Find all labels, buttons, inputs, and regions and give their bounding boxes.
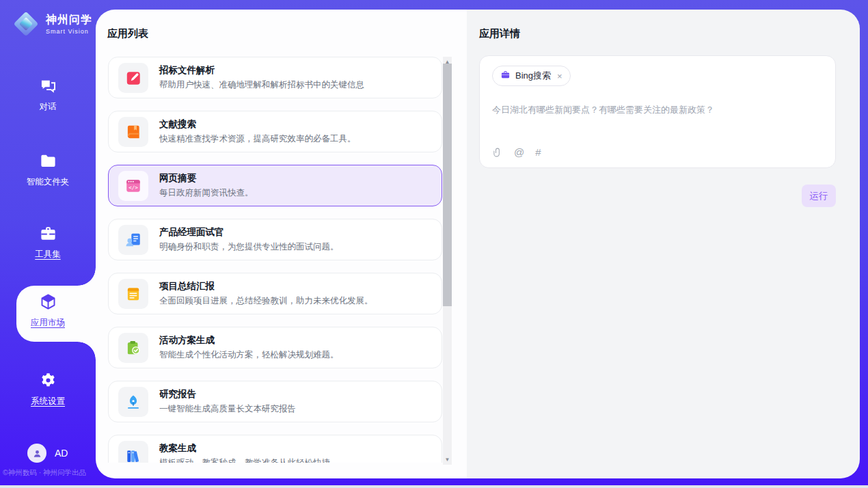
app-card-description: 模板驱动，教案秒成，教学准备从此轻松快捷 bbox=[159, 457, 330, 463]
app-card-title: 文献搜索 bbox=[159, 118, 356, 131]
brand-tagline: Smart Vision bbox=[46, 28, 92, 35]
cube-icon bbox=[39, 293, 57, 311]
sidebar-item-label: 对话 bbox=[0, 101, 96, 113]
app-card[interactable]: 活动方案生成 智能生成个性化活动方案，轻松解决规划难题。 bbox=[108, 327, 442, 368]
scrollbar-down-icon[interactable]: ▼ bbox=[443, 455, 452, 464]
app-card-description: 全面回顾项目进展，总结经验教训，助力未来优化发展。 bbox=[159, 295, 373, 307]
prompt-input[interactable]: 今日湖北有哪些新闻要点？有哪些需要关注的最新政策？ bbox=[492, 104, 823, 116]
brand-name: 神州问学 bbox=[46, 13, 92, 27]
app-card-description: 快速精准查找学术资源，提高研究效率的必备工具。 bbox=[159, 133, 356, 145]
desktop-edge bbox=[0, 485, 868, 488]
scrollbar-thumb[interactable] bbox=[443, 64, 452, 306]
notepad-icon bbox=[118, 279, 148, 309]
sidebar-item-label: 应用市场 bbox=[0, 317, 96, 329]
app-list-panel: 应用列表 招标文件解析 帮助用户快速、准确地理解和解析招标书中的关键信息 文献搜… bbox=[96, 10, 467, 478]
app-card[interactable]: 研究报告 一键智能生成高质量长文本研究报告 bbox=[108, 381, 442, 422]
app-card-description: 明确身份和职责，为您提供专业性的面试问题。 bbox=[159, 241, 339, 253]
app-list: 招标文件解析 帮助用户快速、准确地理解和解析招标书中的关键信息 文献搜索 快速精… bbox=[108, 57, 443, 463]
app-card-description: 智能生成个性化活动方案，轻松解决规划难题。 bbox=[159, 349, 339, 361]
folder-icon bbox=[39, 152, 57, 170]
tool-tag-bing-search[interactable]: Bing搜索 × bbox=[492, 66, 571, 86]
app-card[interactable]: </> 网页摘要 每日政府新闻资讯快查。 bbox=[108, 165, 442, 206]
gear-icon bbox=[39, 371, 57, 390]
app-card-title: 产品经理面试官 bbox=[159, 226, 339, 239]
app-card-description: 帮助用户快速、准确地理解和解析招标书中的关键信息 bbox=[159, 79, 364, 91]
app-list-title: 应用列表 bbox=[107, 27, 148, 40]
content-area: 应用列表 招标文件解析 帮助用户快速、准确地理解和解析招标书中的关键信息 文献搜… bbox=[96, 10, 860, 478]
attachment-toolbar: @ # bbox=[492, 146, 541, 158]
app-card-title: 研究报告 bbox=[159, 388, 296, 401]
chat-icon bbox=[39, 77, 57, 95]
app-card-title: 招标文件解析 bbox=[159, 64, 364, 77]
app-card-description: 一键智能生成高质量长文本研究报告 bbox=[159, 403, 296, 415]
hash-icon[interactable]: # bbox=[535, 146, 541, 158]
sidebar-item-chat[interactable]: 对话 bbox=[0, 77, 96, 113]
svg-text:</>: </> bbox=[128, 185, 138, 191]
paperclip-icon[interactable] bbox=[492, 147, 503, 158]
app-list-scrollbar[interactable]: ▲ ▼ bbox=[443, 57, 452, 465]
brand-logo: 神州问学 Smart Vision bbox=[12, 10, 92, 38]
sidebar-item-settings[interactable]: 系统设置 bbox=[0, 371, 96, 407]
run-button[interactable]: 运行 bbox=[802, 185, 836, 207]
user-avatar bbox=[27, 444, 46, 463]
app-detail-panel: 应用详情 Bing搜索 × 今日湖北有哪些新闻要点？有哪些需要关注的最新政策？ … bbox=[467, 10, 860, 478]
sidebar-item-label: 智能文件夹 bbox=[0, 176, 96, 188]
sidebar: 神州问学 Smart Vision 对话 智能文件夹 工具集 bbox=[0, 0, 96, 485]
sidebar-item-label: 工具集 bbox=[0, 249, 96, 260]
toolbox-icon bbox=[39, 224, 57, 243]
app-card-title: 网页摘要 bbox=[159, 172, 254, 185]
app-frame: 神州问学 Smart Vision 对话 智能文件夹 工具集 bbox=[0, 0, 868, 485]
briefcase-icon bbox=[500, 70, 511, 83]
copyright-text: ©神州数码 · 神州问学出品 bbox=[3, 468, 86, 478]
app-card[interactable]: 文献搜索 快速精准查找学术资源，提高研究效率的必备工具。 bbox=[108, 111, 442, 152]
browser-code-icon: </> bbox=[118, 171, 148, 201]
app-detail-title: 应用详情 bbox=[479, 27, 520, 40]
app-card[interactable]: 招标文件解析 帮助用户快速、准确地理解和解析招标书中的关键信息 bbox=[108, 57, 442, 98]
pen-ink-icon bbox=[118, 387, 148, 417]
edit-document-icon bbox=[118, 63, 148, 93]
sidebar-item-label: 系统设置 bbox=[0, 396, 96, 407]
at-icon[interactable]: @ bbox=[514, 146, 524, 158]
sidebar-item-smart-folders[interactable]: 智能文件夹 bbox=[0, 152, 96, 188]
app-card[interactable]: 项目总结汇报 全面回顾项目进展，总结经验教训，助力未来优化发展。 bbox=[108, 273, 442, 314]
diamond-logo-icon bbox=[12, 10, 40, 38]
app-card-title: 活动方案生成 bbox=[159, 334, 339, 347]
app-card-title: 项目总结汇报 bbox=[159, 280, 373, 293]
app-card[interactable]: 教案生成 模板驱动，教案秒成，教学准备从此轻松快捷 bbox=[108, 435, 442, 463]
books-icon bbox=[118, 441, 148, 463]
book-icon bbox=[118, 117, 148, 147]
sidebar-item-toolset[interactable]: 工具集 bbox=[0, 224, 96, 260]
close-icon[interactable]: × bbox=[557, 72, 562, 81]
sidebar-item-app-market[interactable]: 应用市场 bbox=[0, 293, 96, 329]
app-card-title: 教案生成 bbox=[159, 442, 330, 455]
tool-tag-label: Bing搜索 bbox=[515, 70, 551, 82]
user-initials: AD bbox=[55, 448, 68, 459]
app-card-description: 每日政府新闻资讯快查。 bbox=[159, 187, 254, 199]
interviewer-icon bbox=[118, 225, 148, 255]
user-account[interactable]: AD bbox=[27, 444, 68, 463]
clipboard-check-icon bbox=[118, 333, 148, 363]
app-card[interactable]: 产品经理面试官 明确身份和职责，为您提供专业性的面试问题。 bbox=[108, 219, 442, 260]
prompt-card: Bing搜索 × 今日湖北有哪些新闻要点？有哪些需要关注的最新政策？ @ # bbox=[479, 55, 836, 168]
